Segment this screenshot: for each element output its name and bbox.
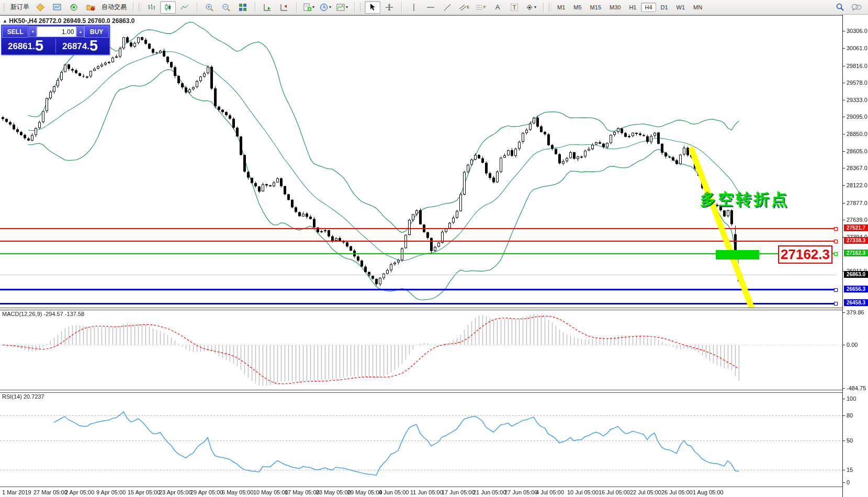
axis-tick xyxy=(843,151,845,152)
timeframe-button-w1[interactable]: W1 xyxy=(673,3,689,12)
lot-decrease-button[interactable]: ▼ xyxy=(29,26,37,37)
support-zone-rect[interactable] xyxy=(716,250,759,259)
rsi-pane[interactable]: RSI(14) 20.7237 xyxy=(0,392,842,487)
date-label: 16 Jul 05:00 xyxy=(599,489,630,495)
macd-scale-label: -484.75 xyxy=(847,385,866,391)
axis-tick xyxy=(843,203,845,204)
macd-pane[interactable]: MACD(12,26,9) -294.57 -137.58 xyxy=(0,310,842,390)
trendline-button[interactable] xyxy=(439,1,455,14)
cursor-button[interactable] xyxy=(365,1,380,14)
chevron-down-icon: ▾ xyxy=(534,5,536,9)
date-label: 4 Jul 05:00 xyxy=(536,489,564,495)
chart-shift-button[interactable] xyxy=(276,1,292,14)
date-label: 29 Apr 05:00 xyxy=(190,489,223,495)
yellow-trendline[interactable] xyxy=(692,150,751,307)
horizontal-line-button[interactable] xyxy=(423,1,438,14)
toolbar-drag-handle[interactable] xyxy=(549,3,551,12)
date-label: 11 Jun 05:00 xyxy=(410,489,443,495)
price-axis-label: 29333.0 xyxy=(847,97,867,103)
bar-chart-button[interactable] xyxy=(143,1,159,14)
new-chart-button[interactable]: ▾ xyxy=(301,1,317,14)
toolbar-drag-handle[interactable] xyxy=(360,3,363,12)
price-axis-label: 29816.0 xyxy=(847,63,867,69)
experts-folder-icon[interactable] xyxy=(83,1,98,14)
timeframe-button-m30[interactable]: M30 xyxy=(606,3,624,12)
date-label: 6 May 05:00 xyxy=(222,489,254,495)
toolbar: 新订单 自动交易 xyxy=(0,0,868,15)
rsi-scale-label: 0 xyxy=(847,479,850,485)
vertical-line-button[interactable] xyxy=(406,1,422,14)
lot-size-input[interactable] xyxy=(37,26,76,37)
buy-button[interactable]: BUY xyxy=(84,26,109,38)
turning-point-annotation[interactable]: 多空转折点 xyxy=(700,189,789,210)
rsi-canvas[interactable] xyxy=(0,392,842,487)
date-label: 17 May 05:00 xyxy=(285,489,320,495)
lot-increase-button[interactable]: ▲ xyxy=(76,26,84,37)
autotrading-button[interactable]: 自动交易 xyxy=(99,1,129,14)
chat-icon[interactable] xyxy=(849,1,864,14)
date-label: 21 Jun 05:00 xyxy=(473,489,506,495)
date-label: 9 Apr 05:00 xyxy=(96,489,126,495)
toolbar-drag-handle[interactable] xyxy=(4,3,6,12)
time-axis[interactable]: 1 Mar 201927 Mar 05:002 Apr 05:009 Apr 0… xyxy=(0,488,842,497)
text-label-button[interactable]: T xyxy=(506,1,522,14)
axis-tick xyxy=(843,345,845,345)
toolbar-drag-handle[interactable] xyxy=(139,3,141,12)
axis-tick xyxy=(843,117,845,117)
channel-sub-label: E xyxy=(467,5,469,9)
price-axis[interactable]: 30306.030061.029816.029578.029333.029095… xyxy=(842,15,868,497)
search-icon[interactable] xyxy=(832,1,848,14)
macd-signal-value: -137.58 xyxy=(65,311,84,317)
timeframe-button-d1[interactable]: D1 xyxy=(657,3,672,12)
sell-price-display[interactable]: 26861 . 5 xyxy=(8,38,43,53)
price-badge-27162.3: 27162.3 xyxy=(844,250,868,256)
new-order-button[interactable]: 新订单 xyxy=(8,1,31,14)
price-callout-box[interactable]: 27162.3 xyxy=(778,245,832,264)
pane-splitter[interactable] xyxy=(0,487,842,488)
axis-tick xyxy=(843,31,845,31)
axis-tick xyxy=(843,482,845,483)
price-axis-label: 29095.0 xyxy=(847,114,867,120)
toolbar-group-objects: E F A T ▾ xyxy=(403,0,542,14)
indicators-button[interactable]: ▾ xyxy=(334,1,350,14)
profiles-button[interactable]: ▾ xyxy=(318,1,333,14)
buy-price-display[interactable]: 26874 . 5 xyxy=(62,38,98,53)
timeframe-button-h4[interactable]: H4 xyxy=(641,3,656,12)
macd-canvas[interactable] xyxy=(0,310,842,390)
timeframe-button-m15[interactable]: M15 xyxy=(587,3,605,12)
date-label: 1 Aug 05:00 xyxy=(693,489,724,495)
auto-scroll-button[interactable] xyxy=(260,1,275,14)
rsi-scale-label: 100 xyxy=(847,396,856,402)
market-watch-icon[interactable] xyxy=(49,1,65,14)
price-pane[interactable]: 多空转折点 27162.3 ▲ HK50-,H4 26772.0 26949.5… xyxy=(0,15,842,308)
buy-price-frac: 5 xyxy=(89,38,98,53)
arrows-button[interactable]: ▾ xyxy=(523,1,539,14)
toolbar-group-chart-type xyxy=(135,0,195,14)
tile-windows-button[interactable] xyxy=(235,1,251,14)
crosshair-button[interactable] xyxy=(381,1,397,14)
line-chart-button[interactable] xyxy=(177,1,193,14)
candlestick-chart-button[interactable] xyxy=(160,1,176,14)
zoom-in-button[interactable] xyxy=(201,1,217,14)
timeframe-button-m5[interactable]: M5 xyxy=(570,3,585,12)
axis-tick xyxy=(843,134,845,134)
collapse-triangle-icon[interactable]: ▲ xyxy=(3,18,7,24)
date-label: 27 Jun 05:00 xyxy=(504,489,538,495)
text-tool-button[interactable]: A xyxy=(490,1,505,14)
toolbar-separator xyxy=(354,2,355,13)
toolbar-separator xyxy=(296,2,297,13)
quotes-icon[interactable] xyxy=(32,1,48,14)
text-label-glyph: T xyxy=(511,4,518,11)
price-badge-26863.0: 26863.0 xyxy=(844,271,868,278)
price-axis-label: 28605.0 xyxy=(847,148,867,154)
signals-icon[interactable] xyxy=(66,1,82,14)
sell-button[interactable]: SELL xyxy=(2,26,28,38)
timeframe-button-m1[interactable]: M1 xyxy=(554,3,569,12)
fibonacci-button[interactable]: F xyxy=(473,1,489,14)
timeframe-button-h1[interactable]: H1 xyxy=(625,3,640,12)
equidistant-channel-button[interactable]: E xyxy=(456,1,472,14)
axis-tick xyxy=(843,48,845,49)
zoom-out-button[interactable] xyxy=(218,1,234,14)
timeframe-button-mn[interactable]: MN xyxy=(690,3,706,12)
toolbar-group-scroll xyxy=(257,0,295,14)
